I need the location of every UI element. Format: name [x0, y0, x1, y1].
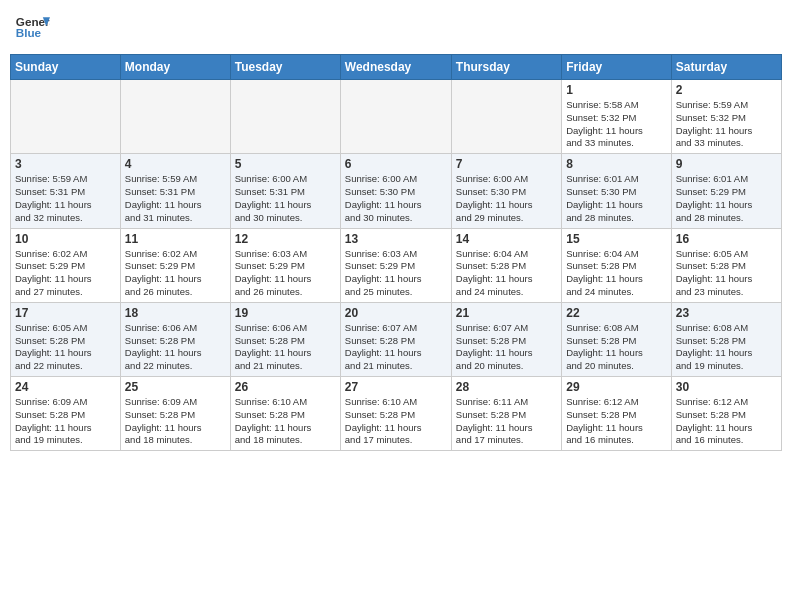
day-info: Sunrise: 6:09 AM Sunset: 5:28 PM Dayligh…	[15, 396, 116, 447]
day-info: Sunrise: 6:08 AM Sunset: 5:28 PM Dayligh…	[566, 322, 666, 373]
day-info: Sunrise: 6:08 AM Sunset: 5:28 PM Dayligh…	[676, 322, 777, 373]
day-info: Sunrise: 6:09 AM Sunset: 5:28 PM Dayligh…	[125, 396, 226, 447]
calendar-cell: 13Sunrise: 6:03 AM Sunset: 5:29 PM Dayli…	[340, 228, 451, 302]
calendar-cell: 1Sunrise: 5:58 AM Sunset: 5:32 PM Daylig…	[562, 80, 671, 154]
day-number: 24	[15, 380, 116, 394]
weekday-header-tuesday: Tuesday	[230, 55, 340, 80]
day-info: Sunrise: 5:59 AM Sunset: 5:32 PM Dayligh…	[676, 99, 777, 150]
calendar-week-row: 10Sunrise: 6:02 AM Sunset: 5:29 PM Dayli…	[11, 228, 782, 302]
day-number: 9	[676, 157, 777, 171]
day-number: 7	[456, 157, 557, 171]
weekday-header-monday: Monday	[120, 55, 230, 80]
day-number: 28	[456, 380, 557, 394]
day-number: 11	[125, 232, 226, 246]
calendar-cell: 24Sunrise: 6:09 AM Sunset: 5:28 PM Dayli…	[11, 377, 121, 451]
calendar-cell: 4Sunrise: 5:59 AM Sunset: 5:31 PM Daylig…	[120, 154, 230, 228]
day-number: 6	[345, 157, 447, 171]
day-number: 22	[566, 306, 666, 320]
calendar-week-row: 24Sunrise: 6:09 AM Sunset: 5:28 PM Dayli…	[11, 377, 782, 451]
calendar-week-row: 1Sunrise: 5:58 AM Sunset: 5:32 PM Daylig…	[11, 80, 782, 154]
day-number: 16	[676, 232, 777, 246]
day-number: 5	[235, 157, 336, 171]
day-info: Sunrise: 6:01 AM Sunset: 5:29 PM Dayligh…	[676, 173, 777, 224]
day-number: 27	[345, 380, 447, 394]
calendar-header-row: SundayMondayTuesdayWednesdayThursdayFrid…	[11, 55, 782, 80]
day-number: 1	[566, 83, 666, 97]
calendar-cell	[340, 80, 451, 154]
day-number: 4	[125, 157, 226, 171]
day-info: Sunrise: 6:02 AM Sunset: 5:29 PM Dayligh…	[15, 248, 116, 299]
day-number: 30	[676, 380, 777, 394]
day-info: Sunrise: 6:12 AM Sunset: 5:28 PM Dayligh…	[676, 396, 777, 447]
day-info: Sunrise: 6:12 AM Sunset: 5:28 PM Dayligh…	[566, 396, 666, 447]
logo: General Blue	[14, 10, 50, 46]
calendar-cell: 25Sunrise: 6:09 AM Sunset: 5:28 PM Dayli…	[120, 377, 230, 451]
calendar-cell: 11Sunrise: 6:02 AM Sunset: 5:29 PM Dayli…	[120, 228, 230, 302]
weekday-header-friday: Friday	[562, 55, 671, 80]
calendar-cell	[11, 80, 121, 154]
day-number: 8	[566, 157, 666, 171]
day-info: Sunrise: 6:04 AM Sunset: 5:28 PM Dayligh…	[456, 248, 557, 299]
day-info: Sunrise: 6:03 AM Sunset: 5:29 PM Dayligh…	[345, 248, 447, 299]
logo-icon: General Blue	[14, 10, 50, 46]
calendar-cell: 20Sunrise: 6:07 AM Sunset: 5:28 PM Dayli…	[340, 302, 451, 376]
calendar-cell: 10Sunrise: 6:02 AM Sunset: 5:29 PM Dayli…	[11, 228, 121, 302]
day-number: 3	[15, 157, 116, 171]
calendar-cell	[230, 80, 340, 154]
day-number: 13	[345, 232, 447, 246]
calendar-week-row: 3Sunrise: 5:59 AM Sunset: 5:31 PM Daylig…	[11, 154, 782, 228]
day-number: 15	[566, 232, 666, 246]
calendar-cell: 26Sunrise: 6:10 AM Sunset: 5:28 PM Dayli…	[230, 377, 340, 451]
day-number: 26	[235, 380, 336, 394]
day-number: 20	[345, 306, 447, 320]
calendar-cell: 17Sunrise: 6:05 AM Sunset: 5:28 PM Dayli…	[11, 302, 121, 376]
day-info: Sunrise: 6:05 AM Sunset: 5:28 PM Dayligh…	[15, 322, 116, 373]
weekday-header-wednesday: Wednesday	[340, 55, 451, 80]
calendar-cell: 2Sunrise: 5:59 AM Sunset: 5:32 PM Daylig…	[671, 80, 781, 154]
weekday-header-sunday: Sunday	[11, 55, 121, 80]
calendar-cell: 14Sunrise: 6:04 AM Sunset: 5:28 PM Dayli…	[451, 228, 561, 302]
calendar-cell: 23Sunrise: 6:08 AM Sunset: 5:28 PM Dayli…	[671, 302, 781, 376]
calendar-cell: 3Sunrise: 5:59 AM Sunset: 5:31 PM Daylig…	[11, 154, 121, 228]
day-number: 12	[235, 232, 336, 246]
page-header: General Blue	[10, 10, 782, 46]
calendar-cell: 22Sunrise: 6:08 AM Sunset: 5:28 PM Dayli…	[562, 302, 671, 376]
calendar-table: SundayMondayTuesdayWednesdayThursdayFrid…	[10, 54, 782, 451]
day-info: Sunrise: 5:59 AM Sunset: 5:31 PM Dayligh…	[125, 173, 226, 224]
calendar-cell: 18Sunrise: 6:06 AM Sunset: 5:28 PM Dayli…	[120, 302, 230, 376]
calendar-cell: 30Sunrise: 6:12 AM Sunset: 5:28 PM Dayli…	[671, 377, 781, 451]
calendar-cell: 12Sunrise: 6:03 AM Sunset: 5:29 PM Dayli…	[230, 228, 340, 302]
calendar-cell: 5Sunrise: 6:00 AM Sunset: 5:31 PM Daylig…	[230, 154, 340, 228]
day-number: 21	[456, 306, 557, 320]
svg-text:Blue: Blue	[16, 26, 42, 39]
weekday-header-thursday: Thursday	[451, 55, 561, 80]
day-info: Sunrise: 6:06 AM Sunset: 5:28 PM Dayligh…	[125, 322, 226, 373]
calendar-cell: 9Sunrise: 6:01 AM Sunset: 5:29 PM Daylig…	[671, 154, 781, 228]
day-number: 18	[125, 306, 226, 320]
calendar-cell: 8Sunrise: 6:01 AM Sunset: 5:30 PM Daylig…	[562, 154, 671, 228]
day-info: Sunrise: 6:11 AM Sunset: 5:28 PM Dayligh…	[456, 396, 557, 447]
day-info: Sunrise: 6:04 AM Sunset: 5:28 PM Dayligh…	[566, 248, 666, 299]
day-info: Sunrise: 6:02 AM Sunset: 5:29 PM Dayligh…	[125, 248, 226, 299]
day-number: 29	[566, 380, 666, 394]
calendar-cell	[120, 80, 230, 154]
calendar-cell: 16Sunrise: 6:05 AM Sunset: 5:28 PM Dayli…	[671, 228, 781, 302]
day-number: 14	[456, 232, 557, 246]
calendar-cell: 28Sunrise: 6:11 AM Sunset: 5:28 PM Dayli…	[451, 377, 561, 451]
calendar-cell: 7Sunrise: 6:00 AM Sunset: 5:30 PM Daylig…	[451, 154, 561, 228]
day-info: Sunrise: 6:05 AM Sunset: 5:28 PM Dayligh…	[676, 248, 777, 299]
day-number: 23	[676, 306, 777, 320]
calendar-cell: 15Sunrise: 6:04 AM Sunset: 5:28 PM Dayli…	[562, 228, 671, 302]
day-number: 17	[15, 306, 116, 320]
day-info: Sunrise: 6:06 AM Sunset: 5:28 PM Dayligh…	[235, 322, 336, 373]
calendar-cell: 19Sunrise: 6:06 AM Sunset: 5:28 PM Dayli…	[230, 302, 340, 376]
day-info: Sunrise: 6:00 AM Sunset: 5:30 PM Dayligh…	[345, 173, 447, 224]
day-number: 10	[15, 232, 116, 246]
day-number: 19	[235, 306, 336, 320]
calendar-cell: 27Sunrise: 6:10 AM Sunset: 5:28 PM Dayli…	[340, 377, 451, 451]
day-info: Sunrise: 6:10 AM Sunset: 5:28 PM Dayligh…	[345, 396, 447, 447]
calendar-cell: 29Sunrise: 6:12 AM Sunset: 5:28 PM Dayli…	[562, 377, 671, 451]
day-info: Sunrise: 6:00 AM Sunset: 5:30 PM Dayligh…	[456, 173, 557, 224]
calendar-week-row: 17Sunrise: 6:05 AM Sunset: 5:28 PM Dayli…	[11, 302, 782, 376]
day-info: Sunrise: 5:59 AM Sunset: 5:31 PM Dayligh…	[15, 173, 116, 224]
